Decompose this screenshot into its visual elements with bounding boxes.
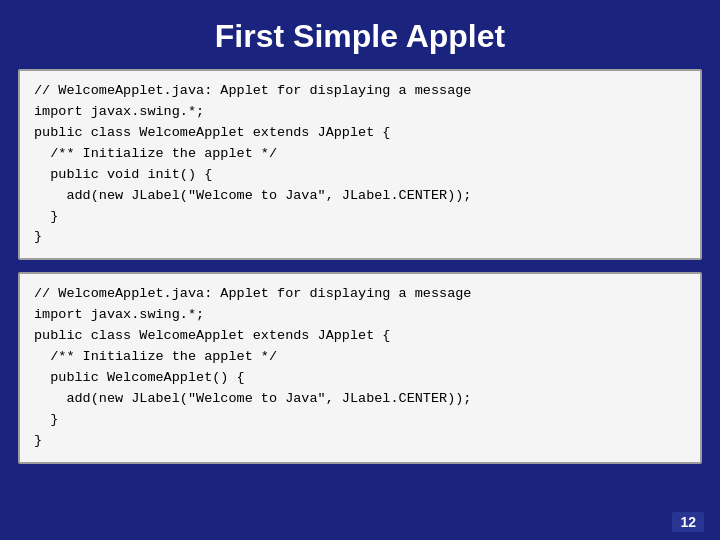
page-number: 12 [672, 512, 704, 532]
page-title: First Simple Applet [0, 0, 720, 69]
code-block-2: // WelcomeApplet.java: Applet for displa… [18, 272, 702, 463]
code-block-1: // WelcomeApplet.java: Applet for displa… [18, 69, 702, 260]
code-text-1: // WelcomeApplet.java: Applet for displa… [34, 81, 686, 248]
code-text-2: // WelcomeApplet.java: Applet for displa… [34, 284, 686, 451]
